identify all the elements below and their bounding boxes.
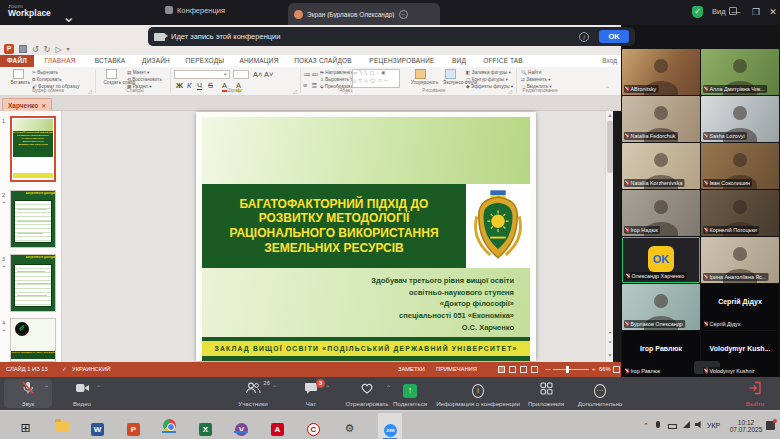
paste-button[interactable]: Вставить xyxy=(5,68,31,88)
video-button[interactable]: ⌃ Видео xyxy=(58,379,106,408)
tray-clock[interactable]: 10:12 07.07.2025 xyxy=(726,419,766,439)
red-c-app-icon[interactable]: C xyxy=(306,418,321,433)
word-icon[interactable]: W xyxy=(90,418,105,433)
grow-font-icon[interactable]: А˄ xyxy=(253,70,262,79)
zoom-slider[interactable] xyxy=(553,369,589,370)
thumbnail-slide-3[interactable]: Актуальність дослідження xyxy=(10,254,56,312)
thumbnail-slide-1[interactable]: БАГАТОФАКТОРНИЙ ПІДХІД ДОРОЗВИТКУ МЕТОДО… xyxy=(10,116,56,182)
start-button[interactable]: ⊞ xyxy=(18,418,33,433)
shape-effects-button[interactable]: ◆ Эффекты фигуры ▾ xyxy=(466,84,513,89)
thumbnail-slide-2[interactable]: Актуальність дослідження xyxy=(10,190,56,248)
participant-tile[interactable]: Sasha Lozovyi xyxy=(701,96,779,142)
zoom-taskbar-button[interactable]: zm xyxy=(378,413,402,439)
minimize-share-icon[interactable]: − xyxy=(399,10,408,19)
file-explorer-icon[interactable] xyxy=(54,418,69,433)
reading-view-icon[interactable] xyxy=(520,366,527,373)
audio-button[interactable]: ⌃ Звук xyxy=(4,379,52,408)
meeting-info-button[interactable]: i Информация о конференции xyxy=(428,379,528,408)
comments-button[interactable]: ПРИМЕЧАНИЯ xyxy=(436,364,477,375)
security-shield-icon[interactable]: ✓ xyxy=(692,6,703,18)
dialog-launcher-icon[interactable]: ◿ xyxy=(508,88,512,94)
viber-icon[interactable]: V xyxy=(234,418,249,433)
dialog-launcher-icon[interactable]: ◿ xyxy=(344,88,348,94)
next-slide-icon[interactable]: ⏷ xyxy=(606,339,614,346)
new-slide-button[interactable]: Создать слайд xyxy=(98,68,124,88)
redo-icon[interactable]: ↻ xyxy=(44,45,51,54)
dialog-launcher-icon[interactable]: ◿ xyxy=(88,88,92,94)
find-button[interactable]: 🔍 Найти xyxy=(521,70,541,75)
maximize-button[interactable]: ❐ xyxy=(748,0,764,25)
scroll-up-icon[interactable]: ▲ xyxy=(606,112,614,118)
tab-view[interactable]: ВИД xyxy=(444,55,474,67)
qat-customize-icon[interactable]: ▾ xyxy=(67,45,70,54)
chevron-up-icon[interactable]: ⌃ xyxy=(44,384,49,391)
shape-fill-button[interactable]: ◧ Заливка фигуры ▾ xyxy=(466,70,511,75)
reset-button[interactable]: ⟲ Восстановить xyxy=(127,77,162,82)
tray-network-icon[interactable] xyxy=(683,421,690,439)
previous-slide-icon[interactable]: ⏶ xyxy=(606,329,614,336)
zoom-percentage[interactable]: 66% xyxy=(599,364,611,375)
chevron-up-icon[interactable]: ⌃ xyxy=(272,384,277,391)
undo-icon[interactable]: ↺ xyxy=(32,45,39,54)
tab-design[interactable]: ДИЗАЙН xyxy=(134,55,178,67)
leave-button[interactable]: Выйти xyxy=(734,379,776,408)
powerpoint-taskbar-icon[interactable]: P xyxy=(126,418,141,433)
tab-animations[interactable]: АНИМАЦИЯ xyxy=(232,55,286,67)
participant-tile[interactable]: Ігор Надюк xyxy=(622,190,700,236)
copy-button[interactable]: ⧉ Копировать xyxy=(32,77,62,83)
settings-gear-icon[interactable]: ⚙ xyxy=(342,418,357,433)
tray-battery-icon[interactable] xyxy=(668,423,677,439)
notes-button[interactable]: ЗАМЕТКИ xyxy=(398,364,425,375)
tray-mic-icon[interactable] xyxy=(656,421,660,439)
close-icon[interactable]: ✕ xyxy=(41,102,46,109)
participant-tile-active[interactable]: OK Олександр Харченко xyxy=(622,237,700,283)
participant-tile[interactable]: Nataliia Korzhenivska xyxy=(622,143,700,189)
layout-button[interactable]: ▤ Макет ▾ xyxy=(127,70,149,75)
arrange-button[interactable]: Упорядочить xyxy=(404,68,436,88)
tray-expand-chevron[interactable]: ⌃ xyxy=(643,411,649,439)
tab-slideshow[interactable]: ПОКАЗ СЛАЙДОВ xyxy=(286,55,360,67)
quick-styles-button[interactable]: Экспресс-стили xyxy=(438,68,462,88)
shapes-gallery[interactable]: ▭ ╲ ╲ ▢ ○ ▣△ ▽ ◇ ◯ ⬭ ☆✓ ( ) ☆ ⌂ ◠ xyxy=(352,69,400,88)
participant-tile[interactable]: Ірина Анатоліївна Яс... xyxy=(701,237,779,283)
font-name-dropdown-icon[interactable]: ▾ xyxy=(224,71,227,77)
start-slideshow-icon[interactable]: ▷ xyxy=(55,45,61,54)
zoom-slider-knob[interactable] xyxy=(566,366,569,373)
thumbnail-slide-4[interactable]: ✐ ОБ'ЄКТ, ПРЕДМЕТ ТА МЕТА ДОСЛІДЖЕННЯ xyxy=(10,318,56,362)
notification-center-icon[interactable] xyxy=(766,421,775,439)
bold-button[interactable]: Ж xyxy=(176,81,183,90)
chat-button[interactable]: 3 ⌃ Чат xyxy=(290,379,332,408)
bullets-icon[interactable]: ≔ xyxy=(303,70,311,79)
more-button[interactable]: ··· Дополнительно xyxy=(568,379,632,408)
close-button[interactable]: ✕ xyxy=(765,0,780,25)
participant-tile[interactable]: Бурлаков Олександр xyxy=(622,284,700,330)
fit-to-window-icon[interactable] xyxy=(613,366,620,373)
acrobat-icon[interactable]: A xyxy=(270,418,285,433)
tab-transitions[interactable]: ПЕРЕХОДЫ xyxy=(178,55,232,67)
zoom-out-icon[interactable]: — xyxy=(545,364,551,375)
vertical-scrollbar[interactable]: ▲ ⏶ ⏷ ▼ xyxy=(605,111,613,362)
participants-button[interactable]: 26 ⌃ Участники xyxy=(224,379,282,408)
zoom-in-icon[interactable]: + xyxy=(592,364,595,375)
participant-tile[interactable]: Ігор Равлюк Ігор Равлюк xyxy=(622,331,700,377)
tab-shared-screen[interactable]: Экран (Бурлаков Олександр) − xyxy=(288,3,440,25)
slide-sorter-view-icon[interactable] xyxy=(509,366,516,373)
language-indicator[interactable]: УКРАИНСКИЙ xyxy=(72,364,110,375)
tray-language[interactable]: УКР xyxy=(707,411,720,439)
chevron-down-icon[interactable]: ⌄ xyxy=(62,9,75,25)
chrome-icon[interactable] xyxy=(162,418,177,433)
chevron-up-icon[interactable]: ⌃ xyxy=(96,384,101,391)
tab-home[interactable]: ГЛАВНАЯ xyxy=(34,55,86,67)
normal-view-icon[interactable] xyxy=(498,366,505,373)
numbering-icon[interactable]: ≕ xyxy=(311,70,319,79)
info-icon[interactable]: i xyxy=(579,32,589,42)
participant-tile[interactable]: Nataliia Fedorchuk xyxy=(622,96,700,142)
underline-button[interactable]: Ч xyxy=(197,81,202,90)
tab-insert[interactable]: ВСТАВКА xyxy=(86,55,134,67)
replace-button[interactable]: ⇄ Заменить ▾ xyxy=(521,77,551,82)
participant-tile[interactable]: ABronitsky xyxy=(622,49,700,95)
minimize-button[interactable]: — xyxy=(728,0,744,25)
tab-file[interactable]: ФАЙЛ xyxy=(0,55,34,67)
collapse-ribbon-icon[interactable]: ⌃ xyxy=(605,85,610,92)
participant-tile[interactable]: Сергій Дідух Сергій Дідух xyxy=(701,284,779,330)
